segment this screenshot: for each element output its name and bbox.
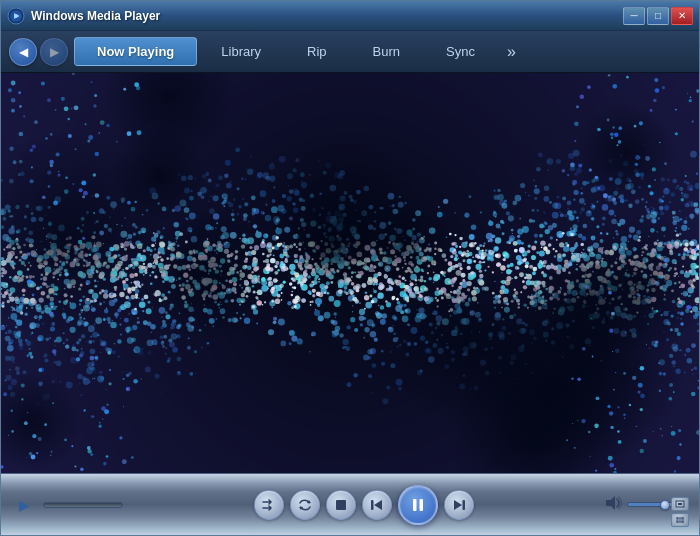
mini-play-button[interactable]: ▶	[13, 494, 35, 516]
visualization-area	[1, 73, 699, 473]
app-title: Windows Media Player	[31, 9, 617, 23]
svg-marker-7	[374, 500, 382, 510]
svg-point-3	[14, 14, 18, 18]
tab-rip[interactable]: Rip	[285, 37, 349, 66]
volume-icon[interactable]	[604, 494, 622, 515]
mini-mode-button[interactable]	[671, 513, 689, 527]
minimize-button[interactable]: ─	[623, 7, 645, 25]
tab-sync[interactable]: Sync	[424, 37, 497, 66]
fullscreen-button[interactable]	[671, 497, 689, 511]
repeat-button[interactable]	[290, 490, 320, 520]
svg-rect-16	[677, 518, 683, 522]
svg-rect-10	[419, 499, 423, 511]
tab-burn[interactable]: Burn	[351, 37, 422, 66]
stop-button[interactable]	[326, 490, 356, 520]
main-window: Windows Media Player ─ □ ✕ ◀ ▶ Now Playi…	[0, 0, 700, 536]
visualization-canvas	[1, 73, 699, 473]
back-button[interactable]: ◀	[9, 38, 37, 66]
controls-bar: ▶	[1, 473, 699, 535]
tab-bar: Now Playing Library Rip Burn Sync »	[74, 31, 691, 72]
maximize-button[interactable]: □	[647, 7, 669, 25]
corner-icons	[671, 497, 689, 527]
volume-thumb[interactable]	[660, 500, 670, 510]
close-button[interactable]: ✕	[671, 7, 693, 25]
svg-rect-9	[413, 499, 417, 511]
play-pause-button[interactable]	[398, 485, 438, 525]
title-bar: Windows Media Player ─ □ ✕	[1, 1, 699, 31]
tab-now-playing[interactable]: Now Playing	[74, 37, 197, 66]
app-icon	[7, 7, 25, 25]
nav-bar: ◀ ▶ Now Playing Library Rip Burn Sync »	[1, 31, 699, 73]
playback-controls	[131, 485, 596, 525]
svg-rect-12	[462, 500, 465, 510]
svg-rect-15	[678, 503, 682, 505]
svg-rect-6	[336, 500, 346, 510]
next-button[interactable]	[444, 490, 474, 520]
progress-bar[interactable]	[43, 502, 123, 508]
shuffle-button[interactable]	[254, 490, 284, 520]
svg-marker-11	[454, 500, 462, 510]
prev-button[interactable]	[362, 490, 392, 520]
window-controls: ─ □ ✕	[623, 7, 693, 25]
svg-rect-8	[371, 500, 374, 510]
svg-marker-13	[606, 496, 615, 510]
tabs-more-button[interactable]: »	[499, 37, 524, 66]
forward-button[interactable]: ▶	[40, 38, 68, 66]
nav-arrows: ◀ ▶	[9, 38, 68, 66]
tab-library[interactable]: Library	[199, 37, 283, 66]
